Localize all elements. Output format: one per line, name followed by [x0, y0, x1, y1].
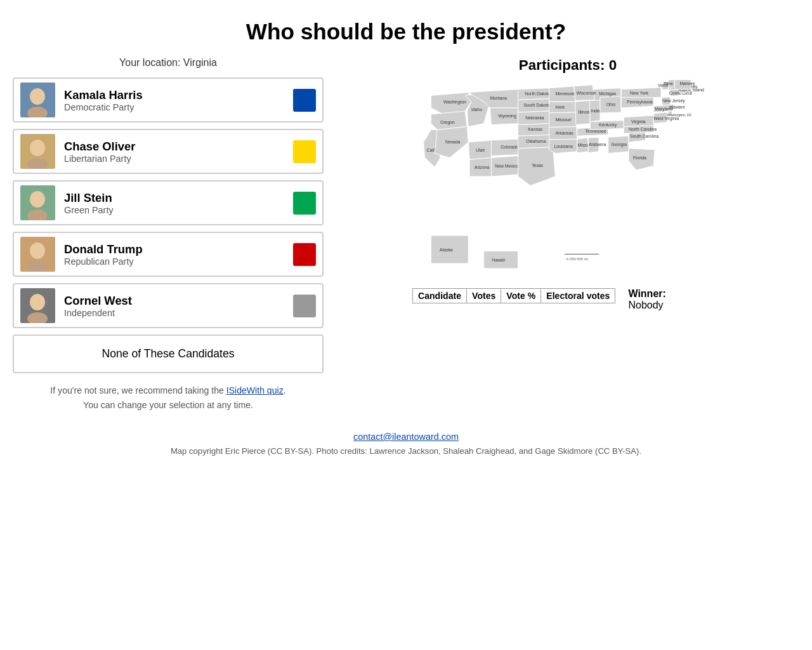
svg-text:Nevada: Nevada: [445, 140, 461, 144]
svg-text:Alabama: Alabama: [589, 142, 606, 147]
candidate-photo-oliver: [20, 134, 55, 169]
right-panel: Participants: 0 Washington Oregon Califo…: [336, 57, 799, 311]
winner-box: Winner: Nobody: [628, 288, 665, 311]
party-color-oliver: [293, 140, 316, 163]
results-area: Candidate Votes Vote % Electoral votes W…: [412, 288, 723, 311]
location-label: Your location: Virginia: [13, 57, 324, 69]
svg-text:North Carolina: North Carolina: [629, 127, 657, 131]
candidate-card-stein[interactable]: Jill Stein Green Party: [13, 180, 324, 225]
svg-text:Idaho: Idaho: [471, 107, 482, 112]
svg-text:Illinois: Illinois: [579, 110, 591, 114]
svg-text:Nebraska: Nebraska: [525, 116, 544, 120]
svg-text:Wisconsin: Wisconsin: [577, 91, 596, 95]
candidate-info-oliver: Chase Oliver Libertarian Party: [64, 140, 287, 164]
svg-text:Minnesota: Minnesota: [555, 91, 575, 96]
footer: contact@ileantoward.com Map copyright Er…: [0, 431, 812, 468]
svg-text:South Dakota: South Dakota: [523, 103, 550, 107]
svg-text:Alaska: Alaska: [440, 248, 453, 252]
candidate-name-oliver: Chase Oliver: [64, 140, 287, 154]
candidate-party-trump: Republican Party: [64, 256, 287, 267]
candidate-info-stein: Jill Stein Green Party: [64, 191, 287, 215]
svg-text:Wyoming: Wyoming: [498, 114, 516, 119]
candidate-card-oliver[interactable]: Chase Oliver Libertarian Party: [13, 129, 324, 174]
svg-text:Texas: Texas: [532, 163, 543, 168]
party-color-harris: [293, 89, 316, 112]
svg-text:Montana: Montana: [490, 96, 508, 100]
svg-text:Georgia: Georgia: [612, 142, 627, 147]
candidate-party-oliver: Libertarian Party: [64, 154, 287, 164]
svg-text:Missouri: Missouri: [555, 117, 572, 122]
hint-text1: If you're not sure, we recommend taking …: [50, 385, 226, 395]
candidate-name-west: Cornel West: [64, 294, 287, 308]
svg-text:Arkansas: Arkansas: [555, 131, 573, 135]
none-candidates-button[interactable]: None of These Candidates: [13, 335, 324, 373]
candidate-card-trump[interactable]: Donald Trump Republican Party: [13, 232, 324, 277]
col-electoral: Electoral votes: [541, 288, 615, 303]
svg-point-10: [30, 242, 45, 259]
svg-text:West Virginia: West Virginia: [653, 116, 679, 121]
candidate-info-harris: Kamala Harris Democratic Party: [64, 88, 287, 112]
contact-email-link[interactable]: contact@ileantoward.com: [353, 432, 459, 442]
svg-text:Pennsylvania: Pennsylvania: [627, 100, 653, 105]
party-color-west: [293, 295, 316, 317]
candidate-photo-stein: [20, 185, 55, 220]
candidate-card-harris[interactable]: Kamala Harris Democratic Party: [13, 77, 324, 123]
candidate-name-stein: Jill Stein: [64, 191, 287, 205]
candidate-party-harris: Democratic Party: [64, 102, 287, 112]
svg-text:New York: New York: [630, 91, 648, 95]
svg-text:Ohio: Ohio: [606, 102, 616, 107]
svg-text:Maine: Maine: [679, 81, 691, 86]
candidate-info-trump: Donald Trump Republican Party: [64, 242, 287, 267]
svg-text:0  250  500 mi: 0 250 500 mi: [566, 257, 588, 261]
participants-count: 0: [609, 57, 617, 73]
svg-text:Oregon: Oregon: [440, 120, 455, 125]
col-vote-pct: Vote %: [501, 288, 541, 303]
svg-text:Florida: Florida: [633, 156, 646, 160]
candidate-photo-trump: [20, 237, 55, 272]
party-color-stein: [293, 192, 316, 215]
svg-point-7: [30, 191, 45, 208]
candidate-name-trump: Donald Trump: [64, 242, 287, 256]
candidate-card-west[interactable]: Cornel West Independent: [13, 283, 324, 328]
results-table: Candidate Votes Vote % Electoral votes: [412, 288, 615, 303]
main-layout: Your location: Virginia Kamala Harris De…: [0, 57, 812, 412]
svg-text:Oklahoma: Oklahoma: [526, 139, 546, 143]
hint-text2: .: [284, 385, 286, 395]
svg-text:Kentucky: Kentucky: [599, 123, 617, 128]
isidesith-link[interactable]: ISideWith quiz: [226, 385, 284, 395]
hint-text3: You can change your selection at any tim…: [83, 400, 253, 410]
svg-text:Michigan: Michigan: [599, 91, 617, 96]
party-color-trump: [293, 243, 316, 266]
us-map: Washington Oregon California Idaho Nevad…: [412, 80, 723, 279]
svg-text:Washington, DC: Washington, DC: [667, 113, 692, 117]
page-title: Who should be the president?: [0, 0, 812, 57]
svg-text:Arizona: Arizona: [475, 165, 489, 169]
svg-text:New Jersey: New Jersey: [662, 98, 685, 103]
copyright-text: Map copyright Eric Pierce (CC BY-SA). Ph…: [0, 446, 812, 456]
candidate-list: Kamala Harris Democratic Party Chase Oli…: [13, 77, 324, 328]
svg-point-1: [30, 88, 45, 105]
svg-text:Louisiana: Louisiana: [554, 144, 572, 149]
col-candidate: Candidate: [413, 288, 467, 303]
col-votes: Votes: [467, 288, 501, 303]
none-candidates-label: None of These Candidates: [102, 347, 235, 360]
map-container: Washington Oregon California Idaho Nevad…: [412, 80, 723, 282]
svg-text:New Mexico: New Mexico: [495, 164, 518, 168]
svg-text:Virginia: Virginia: [631, 119, 646, 124]
hint-text: If you're not sure, we recommend taking …: [13, 383, 324, 412]
svg-point-4: [30, 140, 45, 156]
participants-title: Participants: 0: [519, 57, 617, 74]
svg-text:Utah: Utah: [476, 148, 485, 152]
svg-point-13: [30, 294, 45, 310]
winner-label: Winner:: [628, 288, 665, 300]
candidate-name-harris: Kamala Harris: [64, 88, 287, 102]
svg-text:Kansas: Kansas: [528, 127, 542, 131]
svg-text:Colorado: Colorado: [501, 145, 518, 149]
svg-text:Washington: Washington: [443, 100, 466, 105]
candidate-photo-harris: [20, 83, 55, 117]
svg-text:Hawaii: Hawaii: [492, 258, 505, 262]
candidate-photo-west: [20, 288, 55, 323]
svg-text:Iowa: Iowa: [555, 105, 565, 109]
candidate-party-west: Independent: [64, 308, 287, 318]
candidate-party-stein: Green Party: [64, 205, 287, 215]
